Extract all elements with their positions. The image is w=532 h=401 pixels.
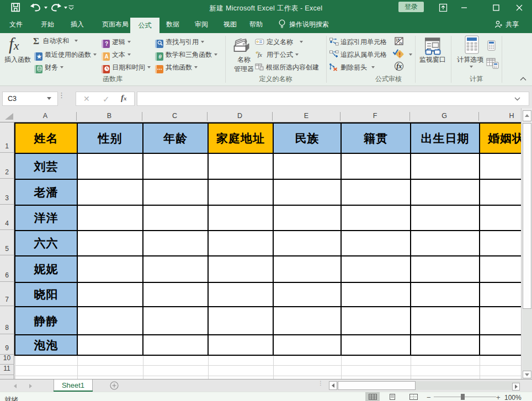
svg-text:fx: fx	[258, 51, 262, 58]
svg-text:fx: fx	[400, 41, 403, 45]
svg-text:fx: fx	[396, 62, 402, 70]
svg-text:!: !	[399, 51, 401, 58]
